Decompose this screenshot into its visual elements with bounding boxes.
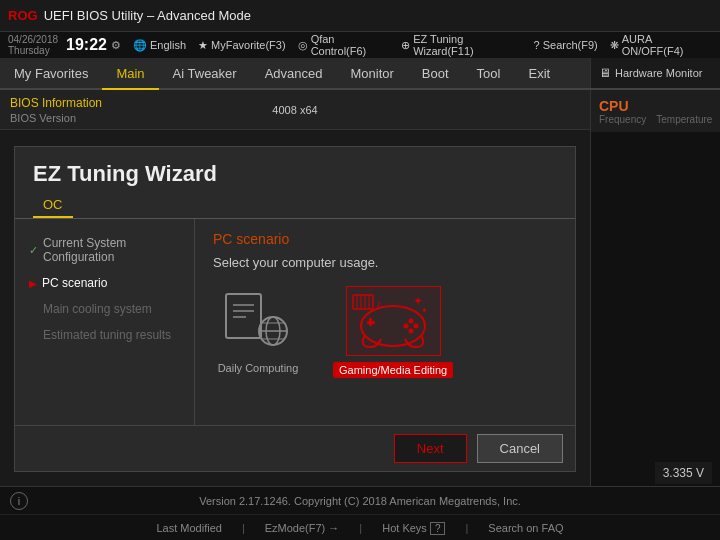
language-label: English [150, 39, 186, 51]
svg-rect-0 [226, 294, 261, 338]
qfan-label: Qfan Control(F6) [311, 33, 390, 57]
hw-monitor-label: Hardware Monitor [615, 67, 702, 79]
last-modified: Last Modified [156, 522, 221, 534]
sep3: | [465, 522, 468, 534]
my-favorites-item[interactable]: ★ MyFavorite(F3) [198, 39, 286, 52]
qfan-item[interactable]: ◎ Qfan Control(F6) [298, 33, 390, 57]
nav-advanced[interactable]: Advanced [251, 58, 337, 88]
nav-bar: My Favorites Main Ai Tweaker Advanced Mo… [0, 58, 590, 90]
step-pc-scenario[interactable]: PC scenario [15, 271, 194, 295]
ez-tuning-item[interactable]: ⊕ EZ Tuning Wizard(F11) [401, 33, 521, 57]
temperature-label: Temperature [656, 114, 712, 125]
search-label: Search(F9) [543, 39, 598, 51]
bios-info-link[interactable]: BIOS Information [10, 96, 102, 110]
hw-monitor-screen-icon: 🖥 [599, 66, 611, 80]
step-cooling[interactable]: Main cooling system [15, 297, 194, 321]
language-icon: 🌐 [133, 39, 147, 52]
qfan-icon: ◎ [298, 39, 308, 52]
ez-mode-item[interactable]: EzMode(F7) → [265, 522, 340, 534]
scenario-icons: Daily Computing [213, 286, 557, 378]
nav-row: My Favorites Main Ai Tweaker Advanced Mo… [0, 58, 720, 90]
ez-mode-label: EzMode(F7) [265, 522, 326, 534]
window-title: UEFI BIOS Utility – Advanced Mode [44, 8, 251, 23]
svg-point-13 [413, 324, 418, 329]
info-bar: 04/26/2018 Thursday 19:22 ⚙ 🌐 English ★ … [0, 32, 720, 58]
daily-icon-box [213, 286, 303, 356]
info-button[interactable]: i [10, 492, 28, 510]
cancel-button[interactable]: Cancel [477, 434, 563, 463]
favorites-icon: ★ [198, 39, 208, 52]
voltage-display: 3.335 V [655, 462, 712, 484]
hot-keys-key: ? [430, 522, 446, 535]
wizard-body: Current System Configuration PC scenario… [15, 219, 575, 425]
hw-monitor-content: 3.335 V [591, 132, 720, 486]
wizard-sidebar: Current System Configuration PC scenario… [15, 219, 195, 425]
nav-exit[interactable]: Exit [514, 58, 564, 88]
favorites-label: MyFavorite(F3) [211, 39, 286, 51]
search-item[interactable]: ? Search(F9) [534, 39, 598, 51]
date-display: 04/26/2018 Thursday [8, 34, 58, 56]
copyright-label: Version 2.17.1246. Copyright (C) 2018 Am… [199, 495, 521, 507]
gaming-icon: ✦ ✦ ♪ [351, 291, 436, 351]
bios-version-label: BIOS Version [10, 112, 102, 124]
status-bar: Version 2.17.1246. Copyright (C) 2018 Am… [0, 486, 720, 514]
nav-my-favorites[interactable]: My Favorites [0, 58, 102, 88]
wizard-title: EZ Tuning Wizard [15, 147, 575, 191]
bios-window: ROG UEFI BIOS Utility – Advanced Mode 04… [0, 0, 720, 540]
main-content-area: EZ Tuning Wizard OC Current System Confi… [0, 132, 720, 486]
gaming-label: Gaming/Media Editing [333, 362, 453, 378]
nav-ai-tweaker[interactable]: Ai Tweaker [159, 58, 251, 88]
daily-computing-icon [221, 289, 296, 354]
ez-tuning-icon: ⊕ [401, 39, 410, 52]
nav-tool[interactable]: Tool [463, 58, 515, 88]
svg-text:♪: ♪ [376, 297, 382, 309]
step-tuning-results[interactable]: Estimated tuning results [15, 323, 194, 347]
step-current-config[interactable]: Current System Configuration [15, 231, 194, 269]
wizard-tab-oc[interactable]: OC [33, 193, 73, 218]
aura-label: AURA ON/OFF(F4) [622, 33, 712, 57]
search-icon: ? [534, 39, 540, 51]
hot-keys-label: Hot Keys [382, 522, 427, 534]
hw-monitor-right: 3.335 V [590, 132, 720, 486]
frequency-label: Frequency [599, 114, 646, 125]
search-faq[interactable]: Search on FAQ [488, 522, 563, 534]
copyright-text: Version 2.17.1246. Copyright (C) 2018 Am… [199, 495, 521, 507]
hw-monitor-nav: 🖥 Hardware Monitor [590, 58, 720, 88]
svg-point-14 [403, 324, 408, 329]
scenario-gaming[interactable]: ✦ ✦ ♪ [333, 286, 453, 378]
aura-item[interactable]: ❋ AURA ON/OFF(F4) [610, 33, 712, 57]
nav-main[interactable]: Main [102, 58, 158, 90]
hot-keys-item[interactable]: Hot Keys ? [382, 522, 445, 534]
next-button[interactable]: Next [394, 434, 467, 463]
wizard-right: PC scenario Select your computer usage. [195, 219, 575, 425]
ez-mode-icon: → [328, 522, 339, 534]
gaming-icon-box: ✦ ✦ ♪ [346, 286, 441, 356]
svg-point-12 [408, 319, 413, 324]
rog-logo: ROG [8, 8, 38, 23]
scenario-daily[interactable]: Daily Computing [213, 286, 303, 374]
language-item[interactable]: 🌐 English [133, 39, 186, 52]
scenario-desc: Select your computer usage. [213, 255, 557, 270]
svg-point-15 [408, 329, 413, 334]
svg-text:✦: ✦ [421, 306, 428, 315]
bios-info-left: BIOS Information BIOS Version [10, 96, 102, 124]
svg-rect-11 [369, 318, 372, 326]
wizard-container: EZ Tuning Wizard OC Current System Confi… [0, 132, 590, 486]
nav-boot[interactable]: Boot [408, 58, 463, 88]
scenario-title: PC scenario [213, 231, 557, 247]
daily-label: Daily Computing [218, 362, 299, 374]
gear-icon[interactable]: ⚙ [111, 39, 121, 52]
wizard-buttons: Next Cancel [15, 425, 575, 471]
bios-info-section: BIOS Information BIOS Version 4008 x64 [0, 90, 590, 130]
nav-monitor[interactable]: Monitor [337, 58, 408, 88]
date-line2: Thursday [8, 45, 58, 56]
time-display: 19:22 [66, 36, 107, 54]
aura-icon: ❋ [610, 39, 619, 52]
ez-tuning-label: EZ Tuning Wizard(F11) [413, 33, 521, 57]
bios-version-value: 4008 x64 [272, 104, 317, 116]
wizard-area: EZ Tuning Wizard OC Current System Confi… [14, 146, 576, 472]
date-line1: 04/26/2018 [8, 34, 58, 45]
cpu-label: CPU [599, 98, 712, 114]
bios-info-row: BIOS Information BIOS Version 4008 x64 C… [0, 90, 720, 132]
sep1: | [242, 522, 245, 534]
